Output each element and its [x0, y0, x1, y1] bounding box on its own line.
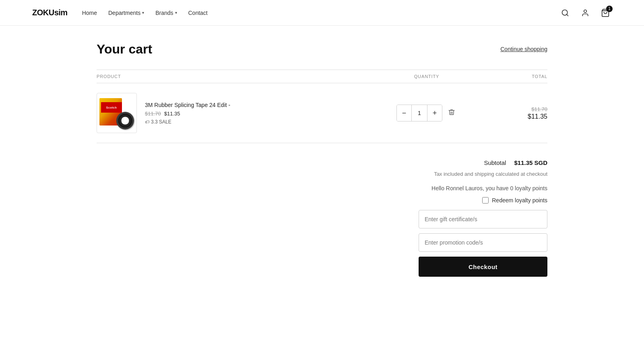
product-details: 3M Rubber Splicing Tape 24 Edit - $11.70… [145, 102, 230, 125]
tape-visual: Scotch [99, 95, 135, 131]
cart-header-row: Your cart Continue shopping [97, 42, 547, 57]
product-name: 3M Rubber Splicing Tape 24 Edit - [145, 102, 230, 108]
price-original: $11.70 [145, 111, 161, 117]
subtotal-value: $11.35 SGD [514, 159, 547, 166]
col-product-label: PRODUCT [97, 74, 386, 79]
col-total-label: TOTAL [467, 74, 547, 79]
nav-departments[interactable]: Departments ▾ [108, 10, 144, 16]
continue-shopping-link[interactable]: Continue shopping [500, 46, 547, 52]
svg-line-1 [567, 14, 568, 16]
product-info: Scotch 3M Rubber Splicing Tape 24 Edit -… [97, 93, 386, 133]
product-tag: 🏷 3.3 SALE [145, 119, 230, 125]
quantity-col: − 1 + [386, 105, 467, 121]
item-total-original: $11.70 [467, 106, 547, 112]
quantity-decrease-button[interactable]: − [397, 105, 411, 121]
promotion-code-input[interactable] [419, 233, 547, 252]
tape-box-label: Scotch [101, 102, 122, 113]
main-content: Your cart Continue shopping PRODUCT QUAN… [64, 26, 580, 309]
redeem-label[interactable]: Redeem loyalty points [492, 197, 547, 204]
quantity-controls: − 1 + [396, 105, 442, 121]
checkout-button[interactable]: Checkout [419, 257, 547, 277]
chevron-down-icon: ▾ [175, 10, 177, 15]
header-icons: 1 [559, 6, 612, 19]
header-left: ZOKUsim Home Departments ▾ Brands ▾ Cont… [32, 8, 208, 17]
svg-point-2 [584, 10, 587, 12]
tax-note: Tax included and shipping calculated at … [434, 171, 547, 177]
user-icon [581, 9, 589, 17]
col-quantity-label: QUANTITY [386, 74, 467, 79]
tag-label: 3.3 SALE [151, 119, 171, 125]
logo[interactable]: ZOKUsim [32, 8, 68, 17]
quantity-increase-button[interactable]: + [427, 105, 442, 121]
tag-icon: 🏷 [145, 119, 149, 124]
item-total-col: $11.70 $11.35 [467, 106, 547, 120]
search-button[interactable] [559, 6, 572, 19]
search-icon [561, 9, 569, 17]
redeem-checkbox[interactable] [482, 197, 489, 204]
subtotal-label: Subtotal [484, 159, 506, 166]
delete-item-button[interactable] [446, 107, 457, 119]
nav-home[interactable]: Home [82, 10, 97, 16]
cart-icon-wrapper: 1 [599, 6, 612, 19]
nav-contact[interactable]: Contact [188, 10, 208, 16]
gift-certificate-input[interactable] [419, 210, 547, 228]
nav-brands[interactable]: Brands ▾ [155, 10, 177, 16]
cart-badge: 1 [606, 6, 613, 12]
header: ZOKUsim Home Departments ▾ Brands ▾ Cont… [0, 0, 644, 26]
tape-roll [116, 112, 134, 130]
cart-table-header: PRODUCT QUANTITY TOTAL [97, 70, 547, 83]
cart-item: Scotch 3M Rubber Splicing Tape 24 Edit -… [97, 83, 547, 143]
summary-section: Subtotal $11.35 SGD Tax included and shi… [97, 159, 547, 277]
cart-title: Your cart [97, 42, 152, 57]
chevron-down-icon: ▾ [142, 10, 144, 15]
subtotal-row: Subtotal $11.35 SGD [484, 159, 547, 166]
account-button[interactable] [579, 6, 592, 19]
product-pricing: $11.70 $11.35 [145, 111, 230, 117]
loyalty-message: Hello Ronnel Lauros, you have 0 loyalty … [431, 185, 547, 191]
main-nav: Home Departments ▾ Brands ▾ Contact [82, 10, 208, 16]
item-total-sale: $11.35 [467, 113, 547, 120]
inputs-col: Checkout [419, 210, 547, 277]
price-sale: $11.35 [164, 111, 180, 117]
redeem-row: Redeem loyalty points [482, 197, 547, 204]
quantity-value: 1 [411, 105, 427, 121]
product-image: Scotch [97, 93, 137, 133]
trash-icon [448, 109, 455, 116]
